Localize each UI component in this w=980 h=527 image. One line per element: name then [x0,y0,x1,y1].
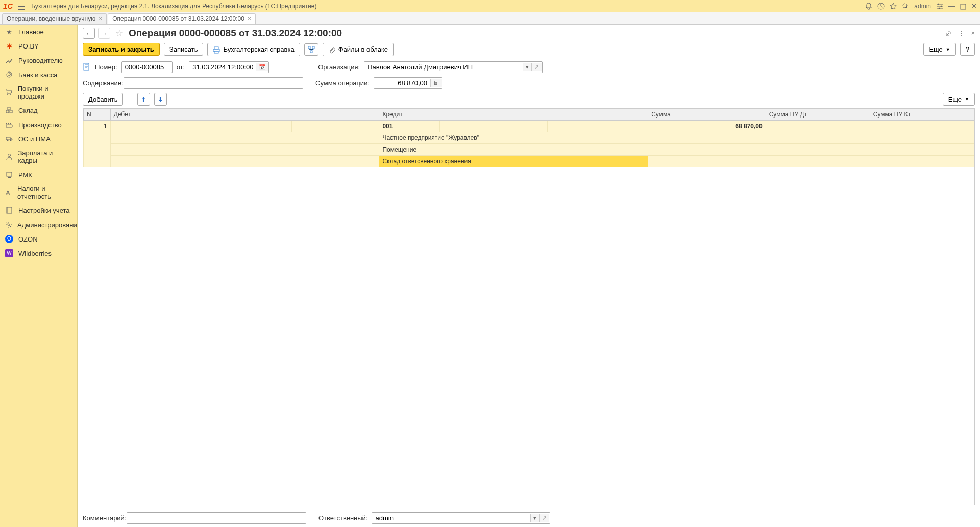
col-debit[interactable]: Дебет [110,108,379,120]
cell[interactable] [648,132,766,143]
settings-icon[interactable] [936,2,943,10]
cell[interactable] [870,143,974,155]
date-input[interactable] [189,62,256,73]
table-row[interactable]: Помещение [84,143,974,155]
col-sum[interactable]: Сумма [648,108,766,120]
save-button[interactable]: Записать [164,43,204,56]
close-icon[interactable]: × [248,15,251,22]
cell-credit-sub3[interactable]: Склад ответсвенного хранения [379,155,648,167]
tree-button[interactable] [304,43,318,56]
cell-credit-sub[interactable] [439,120,547,132]
cell[interactable] [766,143,870,155]
sidebar-item-salary[interactable]: Зарплата и кадры [0,146,77,167]
content: ← → ☆ Операция 0000-000085 от 31.03.2024… [78,25,980,527]
sidebar-item-bank[interactable]: ₽ Банк и касса [0,67,77,82]
bell-icon[interactable] [865,2,872,10]
cell[interactable] [648,143,766,155]
cell-debit-sub3[interactable] [110,155,379,167]
cell-debit-sub[interactable] [225,120,292,132]
sidebar-item-main[interactable]: ★ Главное [0,25,77,39]
sidebar-item-assets[interactable]: ОС и НМА [0,132,77,146]
move-up-button[interactable]: ⬆ [137,93,150,106]
svg-rect-5 [961,4,966,9]
svg-point-1 [903,4,907,8]
sidebar-item-warehouse[interactable]: Склад [0,103,77,117]
favorite-icon[interactable]: ☆ [115,28,124,39]
cell-sum[interactable]: 68 870,00 [648,120,766,132]
table-more-button[interactable]: Еще ▼ [943,93,975,106]
cell-debit-sub2[interactable] [110,143,379,155]
content-input[interactable] [124,77,303,89]
col-n[interactable]: N [84,108,111,120]
dropdown-icon[interactable]: ▾ [530,514,539,522]
cell-credit-sub1[interactable]: Частное предприятие "Журавлев" [379,132,648,143]
close-app-icon[interactable]: ✕ [971,2,977,10]
link-icon[interactable] [945,29,952,37]
maximize-icon[interactable] [960,2,966,10]
table: N Дебет Кредит Сумма Сумма НУ Дт Сумма Н… [83,108,975,505]
number-input[interactable] [121,61,173,73]
menu-icon[interactable] [18,2,26,10]
table-row[interactable]: Частное предприятие "Журавлев" [84,132,974,143]
username[interactable]: admin [914,3,931,10]
cell[interactable] [766,132,870,143]
tab-operations[interactable]: Операции, введенные вручную × [2,13,107,24]
col-sum-nu-dt[interactable]: Сумма НУ Дт [766,108,870,120]
col-credit[interactable]: Кредит [379,108,648,120]
cell[interactable] [870,155,974,167]
responsible-input[interactable] [372,513,530,523]
svg-point-3 [941,6,942,7]
more-button[interactable]: Еще ▼ [923,43,955,56]
help-button[interactable]: ? [960,43,975,56]
files-button[interactable]: Файлы в облаке [323,43,394,56]
sidebar-item-admin[interactable]: Администрирование [0,218,77,232]
sidebar-item-ozon[interactable]: О OZON [0,232,77,246]
more-icon[interactable]: ⋮ [958,29,965,37]
sidebar-item-settings[interactable]: Настройки учета [0,203,77,218]
back-button[interactable]: ← [83,28,95,39]
sidebar-item-manager[interactable]: Руководителю [0,53,77,67]
sidebar-item-poby[interactable]: ✱ PO.BY [0,39,77,53]
history-icon[interactable] [877,2,885,10]
calculator-icon[interactable]: 🖩 [430,79,442,87]
dropdown-icon[interactable]: ▾ [523,63,531,71]
cell[interactable] [870,132,974,143]
cell[interactable] [766,155,870,167]
close-icon[interactable]: × [99,15,102,22]
star-icon[interactable] [890,2,897,10]
cell[interactable] [648,155,766,167]
tab-operation-current[interactable]: Операция 0000-000085 от 31.03.2024 12:00… [108,13,256,24]
org-input[interactable] [364,62,523,73]
sum-input[interactable] [374,78,430,88]
table-row[interactable]: Склад ответсвенного хранения [84,155,974,167]
cell-credit-sub2[interactable]: Помещение [379,143,648,155]
cell-sum-nu-dt[interactable] [766,120,870,132]
form-row-content: Содержание: Сумма операции: 🖩 [83,77,975,89]
minimize-icon[interactable]: — [948,2,955,10]
sidebar-item-taxes[interactable]: Ѧ Налоги и отчетность [0,182,77,203]
add-button[interactable]: Добавить [83,93,123,106]
cell-debit-sub2[interactable] [292,120,379,132]
cell-debit-account[interactable] [110,120,225,132]
search-icon[interactable] [902,2,909,10]
cell-credit-sub2[interactable] [547,120,648,132]
cell-credit-account[interactable]: 001 [379,120,440,132]
forward-button[interactable]: → [98,28,110,39]
comment-input[interactable] [127,512,306,524]
calendar-icon[interactable]: 📅 [256,63,268,71]
accounting-ref-button[interactable]: Бухгалтерская справка [207,43,300,56]
close-icon[interactable]: × [971,29,975,37]
sidebar-item-wb[interactable]: W Wildberries [0,246,77,260]
sidebar-item-sales[interactable]: Покупки и продажи [0,82,77,103]
open-icon[interactable]: ↗ [531,63,542,71]
sidebar-item-production[interactable]: Производство [0,117,77,132]
sidebar-item-pos[interactable]: РМК [0,167,77,182]
move-down-button[interactable]: ⬇ [154,93,167,106]
open-icon[interactable]: ↗ [539,514,549,522]
save-close-button[interactable]: Записать и закрыть [83,43,160,56]
col-sum-nu-kt[interactable]: Сумма НУ Кт [870,108,974,120]
table-row[interactable]: 1 001 68 870,00 [84,120,974,132]
cell-n[interactable]: 1 [84,120,111,167]
cell-debit-sub1[interactable] [110,132,379,143]
cell-sum-nu-kt[interactable] [870,120,974,132]
